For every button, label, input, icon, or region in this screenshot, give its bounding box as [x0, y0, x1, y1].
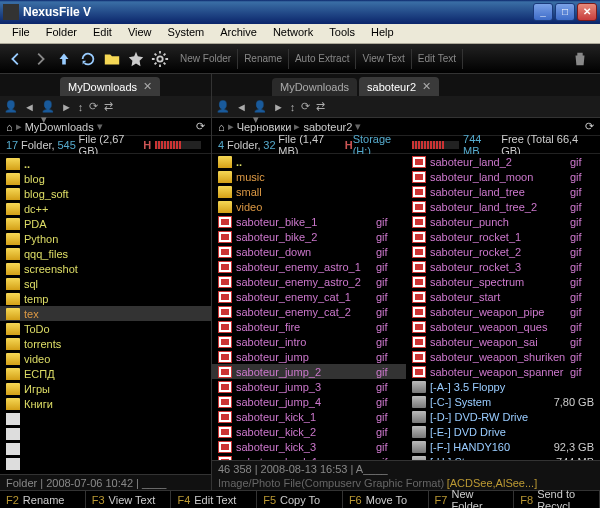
- folder-icon[interactable]: [102, 49, 122, 69]
- path-segment[interactable]: saboteur2: [303, 121, 352, 133]
- list-item[interactable]: video: [0, 351, 211, 366]
- nav-up-icon[interactable]: ↕: [78, 101, 84, 113]
- list-item[interactable]: saboteur_enemy_cat_1gif: [212, 289, 406, 304]
- titlebar[interactable]: NexusFile V _ □ ✕: [0, 0, 600, 24]
- refresh-icon[interactable]: [78, 49, 98, 69]
- list-item[interactable]: saboteur_startgif: [406, 289, 600, 304]
- forward-icon[interactable]: [30, 49, 50, 69]
- toolbar-auto-extract[interactable]: Auto Extract: [289, 49, 356, 69]
- toolbar-edit-text[interactable]: Edit Text: [412, 49, 463, 69]
- list-item[interactable]: saboteur_kick_2gif: [212, 424, 406, 439]
- nav-person-icon[interactable]: 👤: [4, 100, 18, 114]
- list-item[interactable]: PDA: [0, 216, 211, 231]
- list-item[interactable]: ..: [0, 156, 211, 171]
- close-icon[interactable]: ✕: [143, 80, 152, 93]
- trash-icon[interactable]: [570, 49, 590, 69]
- list-item[interactable]: saboteur_rocket_2gif: [406, 244, 600, 259]
- list-item[interactable]: saboteur_bike_2gif: [212, 229, 406, 244]
- list-item[interactable]: saboteur_jump_2gif: [212, 364, 406, 379]
- list-item[interactable]: stardict-mueller7-2.4.2....bz2: [0, 456, 211, 471]
- fkey-f6[interactable]: F6Move To: [343, 491, 429, 508]
- nav-up-icon[interactable]: ↕: [290, 101, 296, 113]
- list-item[interactable]: saboteur_kick_1gif: [212, 409, 406, 424]
- list-item[interactable]: temp: [0, 291, 211, 306]
- toolbar-new-folder[interactable]: New Folder: [174, 49, 238, 69]
- menu-folder[interactable]: Folder: [38, 24, 85, 43]
- nav-swap-icon[interactable]: ⇄: [316, 100, 325, 113]
- path-segment[interactable]: Черновики: [237, 121, 292, 133]
- menu-view[interactable]: View: [120, 24, 160, 43]
- nav-person2-icon[interactable]: 👤▾: [253, 100, 267, 114]
- home-icon[interactable]: ⌂: [218, 121, 225, 133]
- list-item[interactable]: Python: [0, 231, 211, 246]
- refresh-icon[interactable]: ⟳: [196, 120, 205, 133]
- refresh-icon[interactable]: ⟳: [585, 120, 594, 133]
- list-item[interactable]: saboteur_introgif: [212, 334, 406, 349]
- list-item[interactable]: saboteur_weapon_shurikengif: [406, 349, 600, 364]
- list-item[interactable]: music: [212, 169, 406, 184]
- list-item[interactable]: saboteur_land_tree_2gif: [406, 199, 600, 214]
- list-item[interactable]: ..: [212, 154, 406, 169]
- minimize-button[interactable]: _: [533, 3, 553, 21]
- list-item[interactable]: ЕСПД: [0, 366, 211, 381]
- list-item[interactable]: saboteur_punchgif: [406, 214, 600, 229]
- close-button[interactable]: ✕: [577, 3, 597, 21]
- list-item[interactable]: saboteur_spectrumgif: [406, 274, 600, 289]
- nav-refresh-icon[interactable]: ⟳: [89, 100, 98, 113]
- list-item[interactable]: tex: [0, 306, 211, 321]
- star-icon[interactable]: [126, 49, 146, 69]
- list-item[interactable]: saboteur_enemy_astro_1gif: [212, 259, 406, 274]
- nav-swap-icon[interactable]: ⇄: [104, 100, 113, 113]
- list-item[interactable]: saboteur_enemy_astro_2gif: [212, 274, 406, 289]
- list-item[interactable]: saboteur_bike_1gif: [212, 214, 406, 229]
- list-item[interactable]: screenshot: [0, 261, 211, 276]
- list-item[interactable]: signatureasc: [0, 441, 211, 456]
- list-item[interactable]: [-A-] 3.5 Floppy: [406, 379, 600, 394]
- menu-file[interactable]: File: [4, 24, 38, 43]
- list-item[interactable]: saboteur_downgif: [212, 244, 406, 259]
- list-item[interactable]: saboteur_jump_3gif: [212, 379, 406, 394]
- maximize-button[interactable]: □: [555, 3, 575, 21]
- home-icon[interactable]: ⌂: [6, 121, 13, 133]
- nav-right-icon[interactable]: ►: [61, 101, 72, 113]
- tab-mydownloads-inactive[interactable]: MyDownloads: [272, 78, 357, 96]
- nav-left-icon[interactable]: ◄: [236, 101, 247, 113]
- list-item[interactable]: [-E-] DVD Drive: [406, 424, 600, 439]
- left-filelist[interactable]: ..blogblog_softdc++PDAPythonqqq_filesscr…: [0, 154, 211, 474]
- list-item[interactable]: video: [212, 199, 406, 214]
- list-item[interactable]: saboteur_rocket_1gif: [406, 229, 600, 244]
- right-filelist[interactable]: ..musicsmallvideosaboteur_bike_1gifsabot…: [212, 154, 600, 460]
- list-item[interactable]: saboteur_jump_4gif: [212, 394, 406, 409]
- menu-network[interactable]: Network: [265, 24, 321, 43]
- list-item[interactable]: blog: [0, 171, 211, 186]
- list-item[interactable]: small: [212, 184, 406, 199]
- list-item[interactable]: [-F-] HANDY16092,3 GB: [406, 439, 600, 454]
- list-item[interactable]: [-D-] DVD-RW Drive: [406, 409, 600, 424]
- up-icon[interactable]: [54, 49, 74, 69]
- path-segment[interactable]: MyDownloads: [25, 121, 94, 133]
- nav-person2-icon[interactable]: 👤▾: [41, 100, 55, 114]
- list-item[interactable]: saboteur_jumpgif: [212, 349, 406, 364]
- fkey-f5[interactable]: F5Copy To: [257, 491, 343, 508]
- list-item[interactable]: saboteur_rocket_3gif: [406, 259, 600, 274]
- fkey-f2[interactable]: F2Rename: [0, 491, 86, 508]
- list-item[interactable]: saboteur_land_treegif: [406, 184, 600, 199]
- menu-archive[interactable]: Archive: [212, 24, 265, 43]
- gear-icon[interactable]: [150, 49, 170, 69]
- nav-right-icon[interactable]: ►: [273, 101, 284, 113]
- list-item[interactable]: saboteur_weapon_quesgif: [406, 319, 600, 334]
- list-item[interactable]: saboteur_land_2gif: [406, 154, 600, 169]
- back-icon[interactable]: [6, 49, 26, 69]
- list-item[interactable]: Книги: [0, 396, 211, 411]
- list-item[interactable]: saboteur_kick_3gif: [212, 439, 406, 454]
- fkey-f7[interactable]: F7New Folder: [429, 491, 515, 508]
- list-item[interactable]: [-C-] System7,80 GB: [406, 394, 600, 409]
- tab-saboteur2[interactable]: saboteur2 ✕: [359, 77, 439, 96]
- fkey-f4[interactable]: F4Edit Text: [171, 491, 257, 508]
- nav-left-icon[interactable]: ◄: [24, 101, 35, 113]
- list-item[interactable]: ToDo: [0, 321, 211, 336]
- list-item[interactable]: aimp_winamp_dec7z: [0, 411, 211, 426]
- nav-refresh-icon[interactable]: ⟳: [301, 100, 310, 113]
- list-item[interactable]: torrents: [0, 336, 211, 351]
- list-item[interactable]: Игры: [0, 381, 211, 396]
